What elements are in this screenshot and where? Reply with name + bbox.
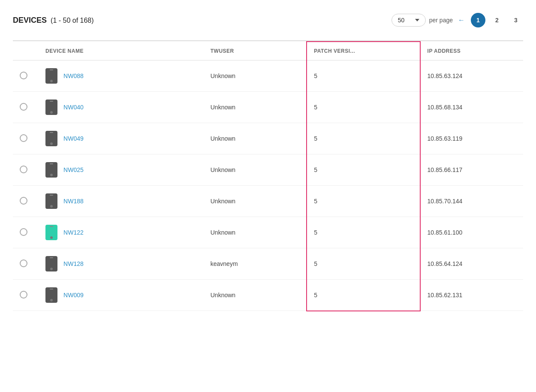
device-link[interactable]: NW025 — [63, 166, 84, 173]
device-link[interactable]: NW122 — [63, 229, 84, 236]
devices-table: DEVICE NAME TWUSER PATCH VERSI... IP ADD… — [13, 41, 523, 311]
table-row: NW009 Unknown510.85.62.131 — [13, 280, 523, 311]
ip-address-cell: 10.85.63.119 — [420, 123, 523, 154]
twuser-cell: Unknown — [204, 154, 307, 186]
patch-version-cell: 5 — [307, 123, 420, 154]
device-link[interactable]: NW040 — [63, 104, 84, 111]
patch-version-cell: 5 — [307, 92, 420, 123]
device-icon — [45, 225, 57, 240]
col-header-device-name[interactable]: DEVICE NAME — [39, 42, 204, 60]
table-row: NW025 Unknown510.85.66.117 — [13, 154, 523, 186]
chevron-down-icon — [415, 19, 419, 21]
device-cell: NW088 — [45, 68, 197, 84]
table-row: NW049 Unknown510.85.63.119 — [13, 123, 523, 154]
device-cell: NW128 — [45, 256, 197, 271]
prev-page-arrow[interactable]: ← — [456, 15, 467, 26]
title-text: DEVICES — [13, 16, 47, 24]
row-select-radio[interactable] — [20, 166, 27, 173]
twuser-cell: Unknown — [204, 60, 307, 92]
col-header-checkbox — [13, 42, 39, 60]
device-cell: NW040 — [45, 100, 197, 115]
per-page-select: 50 per page ← 1 2 3 — [391, 13, 523, 27]
ip-address-cell: 10.85.68.134 — [420, 92, 523, 123]
device-cell: NW025 — [45, 162, 197, 178]
device-cell: NW049 — [45, 131, 197, 146]
ip-address-cell: 10.85.64.124 — [420, 248, 523, 280]
device-icon — [45, 256, 57, 271]
twuser-cell: keavneym — [204, 248, 307, 280]
device-icon — [45, 68, 57, 84]
device-cell: NW188 — [45, 193, 197, 209]
table-row: NW128 keavneym510.85.64.124 — [13, 248, 523, 280]
device-cell: NW009 — [45, 287, 197, 303]
device-icon — [45, 162, 57, 178]
page-1-button[interactable]: 1 — [471, 13, 485, 27]
patch-version-cell: 5 — [307, 248, 420, 280]
col-header-twuser[interactable]: TWUSER — [204, 42, 307, 60]
col-header-ip-address[interactable]: IP ADDRESS — [420, 42, 523, 60]
per-page-label: per page — [429, 17, 453, 24]
patch-version-cell: 5 — [307, 186, 420, 217]
patch-version-cell: 5 — [307, 154, 420, 186]
twuser-cell: Unknown — [204, 186, 307, 217]
device-icon — [45, 100, 57, 115]
device-icon — [45, 287, 57, 303]
row-select-radio[interactable] — [20, 134, 27, 142]
twuser-cell: Unknown — [204, 123, 307, 154]
patch-version-cell: 5 — [307, 280, 420, 311]
ip-address-cell: 10.85.66.117 — [420, 154, 523, 186]
table-body: NW088 Unknown510.85.63.124 NW040 Unknown… — [13, 60, 523, 311]
ip-address-cell: 10.85.70.144 — [420, 186, 523, 217]
row-select-radio[interactable] — [20, 197, 27, 205]
col-header-patch-version[interactable]: PATCH VERSI... — [307, 42, 420, 60]
row-select-radio[interactable] — [20, 228, 27, 236]
ip-address-cell: 10.85.63.124 — [420, 60, 523, 92]
devices-table-container: DEVICE NAME TWUSER PATCH VERSI... IP ADD… — [13, 40, 523, 311]
page-3-button[interactable]: 3 — [509, 13, 523, 27]
page-2-button[interactable]: 2 — [490, 13, 504, 27]
device-cell: NW122 — [45, 225, 197, 240]
patch-version-cell: 5 — [307, 60, 420, 92]
device-icon — [45, 193, 57, 209]
device-link[interactable]: NW088 — [63, 72, 84, 79]
row-select-radio[interactable] — [20, 103, 27, 111]
ip-address-cell: 10.85.61.100 — [420, 217, 523, 248]
table-row: NW088 Unknown510.85.63.124 — [13, 60, 523, 92]
table-row: NW040 Unknown510.85.68.134 — [13, 92, 523, 123]
pagination: ← 1 2 3 — [456, 13, 523, 27]
count-label: (1 - 50 of 168) — [51, 17, 94, 24]
device-icon — [45, 131, 57, 146]
table-header-row: DEVICE NAME TWUSER PATCH VERSI... IP ADD… — [13, 42, 523, 60]
row-select-radio[interactable] — [20, 72, 27, 79]
table-row: NW188 Unknown510.85.70.144 — [13, 186, 523, 217]
ip-address-cell: 10.85.62.131 — [420, 280, 523, 311]
twuser-cell: Unknown — [204, 280, 307, 311]
per-page-value: 50 — [398, 17, 405, 24]
device-link[interactable]: NW188 — [63, 198, 84, 205]
twuser-cell: Unknown — [204, 92, 307, 123]
per-page-dropdown[interactable]: 50 — [391, 14, 426, 27]
table-row: NW122 Unknown510.85.61.100 — [13, 217, 523, 248]
device-link[interactable]: NW128 — [63, 260, 84, 267]
patch-version-cell: 5 — [307, 217, 420, 248]
device-link[interactable]: NW049 — [63, 135, 84, 142]
page-container: DEVICES (1 - 50 of 168) 50 per page ← 1 … — [0, 0, 536, 320]
header-row: DEVICES (1 - 50 of 168) 50 per page ← 1 … — [13, 9, 523, 32]
twuser-cell: Unknown — [204, 217, 307, 248]
row-select-radio[interactable] — [20, 259, 27, 267]
row-select-radio[interactable] — [20, 291, 27, 299]
device-link[interactable]: NW009 — [63, 292, 84, 299]
devices-title: DEVICES (1 - 50 of 168) — [13, 16, 94, 25]
